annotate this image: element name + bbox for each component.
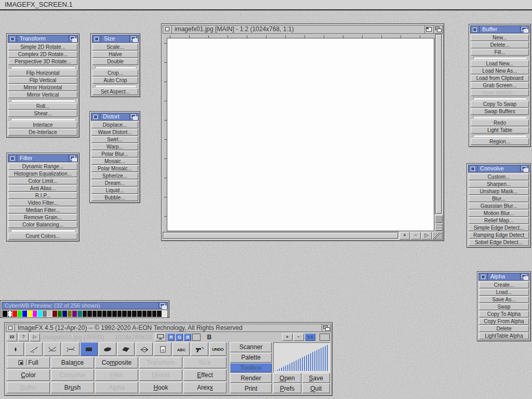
command-button-balance[interactable]: Balance [51, 357, 94, 368]
red-channel-button[interactable]: R [167, 334, 175, 341]
palette-swatch[interactable] [22, 311, 27, 317]
command-button-alpha[interactable]: Alpha [95, 382, 138, 393]
command-button-hook[interactable]: Hook [139, 382, 182, 393]
curve-tool-button[interactable] [62, 342, 79, 356]
panel-button[interactable]: Motion Blur... [469, 210, 529, 217]
palette-swatch[interactable] [127, 311, 132, 317]
blue-channel-button[interactable]: B [184, 334, 191, 341]
palette-swatch[interactable] [52, 311, 57, 317]
depth-gadget-icon[interactable] [433, 25, 442, 33]
vertical-scrollbar[interactable] [435, 34, 443, 215]
image-canvas[interactable] [167, 38, 434, 231]
green-channel-button[interactable]: G [176, 334, 183, 341]
vertical-scrollbar-thumb[interactable] [436, 35, 442, 214]
panel-button[interactable]: Simple Edge Detect... [469, 224, 529, 231]
cyberwb-titlebar[interactable]: CyberWB Preview: (32 of 256 shown) [2, 302, 168, 309]
panel-button[interactable]: Load New As... [471, 68, 529, 74]
panel-button[interactable]: Bubble... [91, 194, 138, 201]
palette-swatch[interactable] [47, 311, 52, 317]
panel-button[interactable]: Sharpen... [469, 181, 529, 188]
palette-swatch[interactable] [58, 311, 62, 317]
close-gadget-icon[interactable] [471, 26, 480, 33]
panel-button[interactable]: Swap Buffers [471, 108, 529, 115]
image-window-titlebar[interactable]: imagefx01.jpg [MAIN] - 1:2 (1024x768, 1:… [163, 25, 443, 34]
panel-button[interactable]: Polar Blur... [91, 151, 138, 157]
command-button-distort[interactable]: Distort [139, 369, 182, 381]
command-button-convolve[interactable]: Convolve [51, 369, 94, 381]
panel-button[interactable]: Delete... [471, 42, 529, 48]
depth-gadget-icon[interactable] [69, 35, 77, 42]
depth-gadget-icon[interactable] [322, 324, 330, 331]
panel-button[interactable]: Dynamic Range... [8, 163, 77, 170]
panel-button[interactable]: Region... [471, 138, 529, 145]
panel-button[interactable]: Polar Mosaic... [91, 165, 138, 172]
palette-swatch[interactable] [102, 311, 107, 317]
close-gadget-icon[interactable] [163, 25, 172, 33]
help-button[interactable]: ? [18, 333, 29, 341]
panel-button[interactable]: Color Balancing... [8, 221, 77, 228]
panel-titlebar[interactable]: Alpha [478, 273, 529, 281]
close-gadget-icon[interactable] [469, 165, 477, 172]
action-button-prefs[interactable]: Prefs [273, 383, 301, 393]
panel-button[interactable]: Gaussian Blur... [469, 203, 529, 209]
depth-gadget-icon[interactable] [520, 273, 529, 280]
depth-gadget-icon[interactable] [69, 155, 77, 162]
point-tool-button[interactable] [7, 342, 24, 356]
panel-titlebar[interactable]: Buffer [470, 25, 529, 33]
panel-button[interactable]: Perspective 3D Rotate... [8, 58, 77, 65]
panel-button[interactable]: Set Aspect... [92, 88, 138, 95]
panel-button[interactable]: Blur... [469, 195, 529, 202]
palette-swatch[interactable] [117, 311, 122, 317]
panel-button[interactable]: Histogram Equalization... [8, 170, 77, 177]
panel-titlebar[interactable]: Size [92, 35, 139, 43]
panel-button[interactable]: Grab Screen... [471, 82, 529, 89]
panel-button[interactable]: Remove Grain... [8, 214, 77, 221]
sleep-button[interactable]: zz [7, 333, 17, 341]
panel-button[interactable]: Roll... [8, 103, 77, 110]
panel-button[interactable]: Warp... [91, 143, 138, 150]
panel-button[interactable]: Swirl... [91, 136, 138, 143]
airbrush-dots-tool-button[interactable] [25, 342, 42, 356]
panel-button[interactable]: Fill... [471, 49, 529, 56]
panel-button[interactable]: Light Table [471, 127, 529, 134]
panel-button[interactable]: Shear... [8, 110, 77, 117]
command-button-full[interactable]: Full [7, 357, 50, 368]
next-buffer-button[interactable]: ▷ [30, 333, 40, 341]
panel-button[interactable]: Double [92, 58, 138, 65]
action-button-open[interactable]: Open [273, 373, 301, 383]
horizontal-scrollbar[interactable] [163, 232, 399, 240]
close-gadget-icon[interactable] [6, 324, 15, 331]
palette-swatch[interactable] [72, 311, 77, 317]
text-tool-button[interactable]: ABC [172, 342, 190, 356]
side-button-scanner[interactable]: Scanner [230, 342, 272, 352]
palette-swatch[interactable] [12, 311, 17, 317]
palette-swatch[interactable] [87, 311, 92, 317]
panel-button[interactable]: Save As... [479, 296, 529, 303]
panel-button[interactable]: Median Filter... [8, 207, 77, 214]
close-gadget-icon[interactable] [92, 35, 101, 42]
panel-button[interactable]: Relief Map... [469, 217, 529, 224]
close-gadget-icon[interactable] [8, 155, 17, 162]
panel-button[interactable]: Liquid... [91, 187, 138, 194]
panel-button[interactable]: Simple 2D Rotate... [8, 44, 77, 50]
palette-swatch[interactable] [83, 311, 87, 317]
pattern-gadget-icon[interactable] [435, 215, 443, 223]
panel-button[interactable]: Mirror Vertical [8, 91, 77, 98]
resize-gadget-icon[interactable] [432, 232, 443, 240]
panel-button[interactable]: Load New... [471, 60, 529, 67]
palette-swatch[interactable] [37, 311, 42, 317]
palette-swatch[interactable] [97, 311, 102, 317]
palette-swatch[interactable] [137, 311, 142, 317]
clone-brush-tool-button[interactable]: a [154, 342, 171, 356]
gradient-preview[interactable] [273, 342, 330, 373]
freehand-tool-button[interactable] [136, 342, 153, 356]
panel-titlebar[interactable]: Filter [8, 154, 78, 162]
panel-button[interactable]: Copy From Alpha [479, 318, 529, 325]
panel-button[interactable]: Copy To Swap [471, 101, 529, 108]
panel-button[interactable]: Flip Vertical [8, 77, 77, 84]
zoom-in-gadget[interactable]: + [400, 232, 410, 240]
action-button-quit[interactable]: Quit [302, 383, 330, 393]
magnify-in-button[interactable]: + [282, 334, 292, 341]
arrow-gadget[interactable]: ▷ [421, 232, 432, 240]
ruler-gadget-icon[interactable] [435, 223, 443, 231]
